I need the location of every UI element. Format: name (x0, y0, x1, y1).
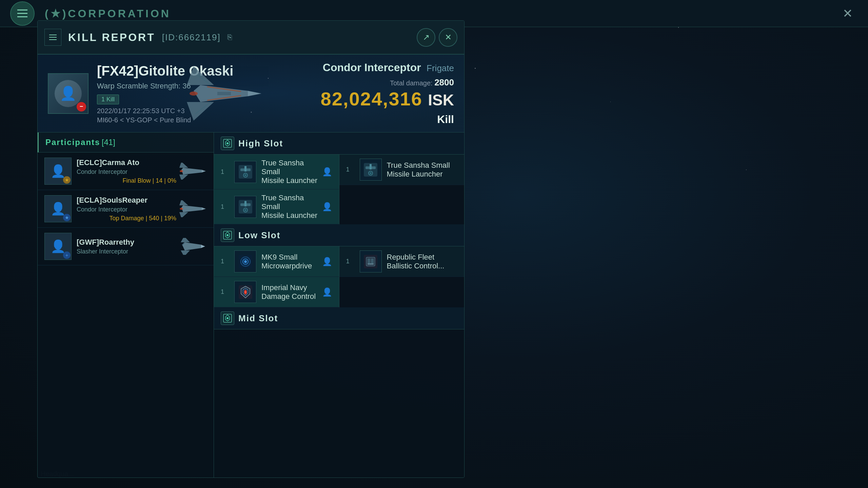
svg-marker-27 (181, 250, 190, 255)
final-blow-pct: 0% (167, 177, 176, 184)
fitting-icon-hs3 (234, 196, 256, 218)
high-slot-title: High Slot (238, 138, 283, 149)
fitting-icon-ls3 (234, 281, 256, 303)
fitting-row-ls1[interactable]: 1 MK9 SmallMicrowarpdrive (214, 246, 339, 277)
star-5 (746, 169, 747, 170)
panel-header: KILL REPORT [ID:6662119] ⎘ ↗ ✕ (38, 21, 464, 55)
svg-rect-39 (244, 201, 246, 206)
close-panel-button[interactable]: ✕ (439, 28, 457, 47)
fitting-icon-ls2 (360, 250, 382, 272)
fitting-row-hs1[interactable]: 1 True Sansha SmallMissile Launcher (214, 155, 339, 189)
participant-avatar-3: 👤 + (44, 233, 72, 260)
corp-badge-3: + (63, 251, 71, 259)
content-area: Participants [41] 👤 ★ [ECLC]Carma Ato Co… (38, 133, 464, 477)
high-slot-col-left: 1 True Sansha SmallMissile Launcher (214, 155, 339, 224)
total-damage-section: Total damage: 2800 (321, 77, 454, 88)
copy-id-icon[interactable]: ⎘ (228, 33, 232, 42)
final-blow-sep: | (153, 177, 156, 184)
ship-svg (166, 61, 275, 126)
fitting-icon-ls1 (234, 250, 256, 272)
participants-title: Participants (45, 138, 100, 147)
fitting-row-hs3[interactable]: 1 True Sansha SmallMissile Launcher (214, 189, 339, 224)
svg-marker-21 (179, 200, 188, 205)
star-2 (475, 68, 476, 69)
fitting-row-ls3[interactable]: 1 Imperial Na (214, 277, 339, 307)
top-close-button[interactable]: ✕ (837, 3, 858, 24)
participant-item[interactable]: 👤 ★ [ECLC]Carma Ato Condor Interceptor F… (38, 152, 214, 190)
svg-marker-26 (181, 238, 190, 242)
low-slot-icon (221, 228, 234, 242)
final-blow-val: 14 (156, 177, 162, 184)
fitting-name-hs1: True Sansha SmallMissile Launcher (261, 159, 319, 185)
participant-item-2[interactable]: 👤 ★ [ECLA]SoulsReaper Condor Interceptor… (38, 190, 214, 228)
low-slot-col-right: 1 Republic FleetBallistic Control... (339, 246, 465, 307)
kill-stats: Condor Interceptor Frigate Total damage:… (321, 61, 454, 126)
svg-marker-17 (179, 175, 188, 180)
final-blow-label: Final Blow (123, 177, 151, 184)
svg-rect-7 (217, 92, 231, 95)
top-damage-pct: 19% (164, 215, 176, 222)
kill-info-header: 👤 − [FX42]Gitolite Okaski Warp Scramble … (38, 55, 464, 133)
top-damage-sep2: | (161, 215, 164, 222)
fitting-qty-hs2: 1 (346, 166, 355, 173)
fitting-name-ls3: Imperial NavyDamage Control (261, 283, 319, 301)
corp-badge-1: ★ (63, 176, 71, 184)
svg-point-13 (176, 115, 177, 116)
participants-header: Participants [41] (38, 133, 214, 152)
fitting-row-hs2[interactable]: 1 True Sansha SmallMissile Launcher (339, 155, 465, 185)
svg-point-68 (226, 317, 229, 319)
fitting-person-ls3: 👤 (322, 287, 332, 297)
final-blow-sep2: | (164, 177, 167, 184)
mid-slot-title: Mid Slot (238, 313, 278, 324)
top-damage-sep: | (146, 215, 149, 222)
fitting-qty-ls1: 1 (221, 258, 229, 265)
svg-marker-22 (179, 212, 188, 217)
svg-point-60 (244, 291, 246, 293)
svg-rect-44 (370, 164, 372, 169)
fitting-row-ls2[interactable]: 1 Republic FleetBallistic Control... (339, 246, 465, 277)
fitting-icon-hs1 (234, 161, 256, 183)
participant-ship-img-2 (176, 199, 207, 219)
svg-point-49 (226, 234, 229, 236)
participant-ship-2: Condor Interceptor (77, 206, 176, 213)
svg-point-46 (370, 172, 372, 174)
svg-rect-34 (244, 166, 246, 171)
svg-point-18 (180, 170, 183, 172)
svg-point-54 (241, 258, 250, 266)
participant-stats-2: Top Damage | 540 | 19% (77, 215, 176, 222)
fitting-qty-hs3: 1 (221, 203, 229, 210)
avatar-face-1: 👤 (51, 164, 66, 178)
panel-menu-button[interactable] (44, 29, 61, 46)
fitting-qty-ls2: 1 (346, 258, 355, 265)
svg-marker-14 (181, 168, 202, 175)
mid-slot-icon (221, 311, 234, 325)
svg-marker-16 (179, 163, 188, 168)
high-slot-header: High Slot (214, 133, 464, 155)
kill-result-label: Kill (321, 113, 454, 126)
participant-name-2: [ECLA]SoulsReaper (77, 196, 176, 205)
pilot-avatar: 👤 − (48, 73, 88, 114)
low-slot-col-left: 1 MK9 SmallMicrowarpdrive (214, 246, 339, 307)
export-button[interactable]: ↗ (417, 28, 435, 47)
isk-amount: 82,024,316 (321, 88, 422, 109)
participant-stats-1: Final Blow | 14 | 0% (77, 177, 176, 184)
svg-point-12 (268, 78, 269, 79)
participant-avatar-1: 👤 ★ (44, 158, 72, 185)
fitting-person-hs3: 👤 (322, 202, 332, 211)
kill-report-panel: KILL REPORT [ID:6662119] ⎘ ↗ ✕ 👤 − [FX42… (37, 20, 465, 478)
kill-tag: 1 Kill (97, 95, 119, 104)
kill-id: [ID:6662119] (162, 32, 221, 43)
panel-hamburger-icon (49, 35, 57, 40)
isk-label: ISK (428, 91, 454, 109)
fitting-qty-hs1: 1 (221, 168, 229, 176)
isk-value-row: 82,024,316 ISK (321, 88, 454, 110)
participant-ship-3: Slasher Interceptor (77, 248, 176, 255)
svg-point-31 (226, 142, 229, 144)
low-slot-title: Low Slot (238, 230, 280, 241)
main-menu-button[interactable] (10, 1, 35, 26)
hamburger-icon (17, 9, 27, 17)
svg-point-36 (244, 174, 246, 176)
svg-point-41 (244, 209, 246, 211)
pilot-face-icon: 👤 (55, 80, 82, 107)
participant-item-3[interactable]: 👤 + [GWF]Roarrethy Slasher Interceptor (38, 228, 214, 265)
